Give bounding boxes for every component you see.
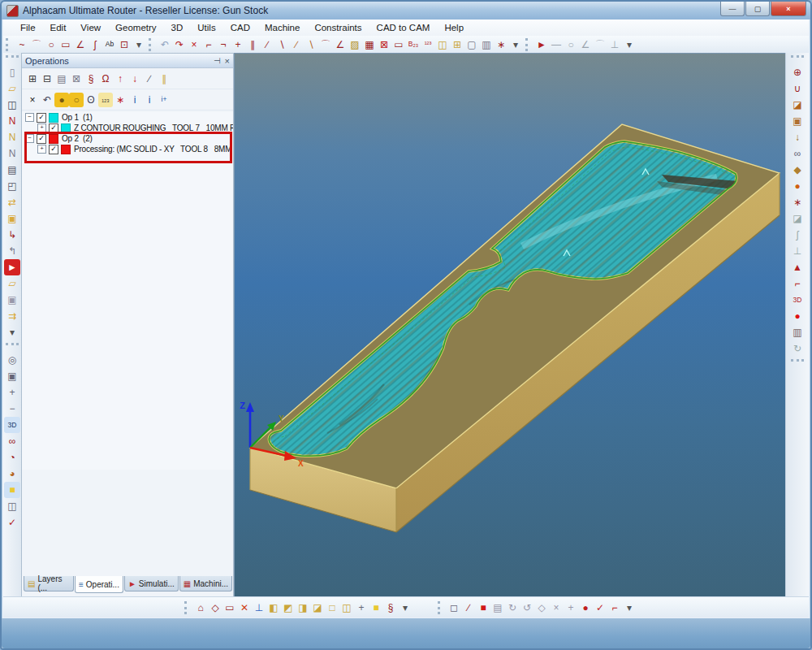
copy-folder-icon[interactable]: ▣ [4, 210, 20, 227]
transfer-files-icon[interactable]: ⇄ [4, 194, 20, 210]
print-preview-icon[interactable]: ◰ [4, 178, 20, 194]
tree-expander-icon[interactable]: − [25, 113, 34, 122]
tool-path-icon[interactable]: ∪ [789, 80, 806, 97]
tab-simulati[interactable]: ►Simulati... [124, 576, 179, 592]
trim-a-icon[interactable]: ∕ [260, 37, 274, 52]
arc-tool-icon[interactable]: ⌒ [29, 37, 44, 52]
lock-op-icon[interactable]: ● [54, 93, 69, 107]
toolbar-grip[interactable] [184, 601, 191, 614]
edit-overflow-icon[interactable]: ▾ [508, 37, 523, 52]
close-button[interactable]: × [771, 2, 806, 16]
send-file-icon[interactable]: ⇉ [4, 308, 20, 324]
axes-xyz-icon[interactable]: ⊥ [252, 600, 266, 615]
shade-view-icon[interactable]: ◕ [4, 466, 20, 482]
extend-b-icon[interactable]: ∖ [304, 37, 318, 52]
tab-layers[interactable]: ▤Layers (... [24, 576, 74, 592]
toolbar-grip[interactable] [791, 359, 804, 366]
rotate-cw-icon[interactable]: ↻ [505, 600, 520, 615]
select-visible-icon[interactable]: ✓ [4, 514, 20, 531]
view-overflow-icon[interactable]: ▾ [398, 600, 412, 615]
operation-row[interactable]: −✓Op 1 (1) [22, 112, 233, 123]
dim-arc-icon[interactable]: ⌒ [593, 37, 607, 52]
sim-record-icon[interactable]: ■ [476, 600, 490, 615]
tree-expander-icon[interactable]: + [37, 124, 46, 132]
multi-edit-pencil-icon[interactable]: ∥ [157, 72, 171, 86]
edit-pencil-icon[interactable]: ∕ [142, 72, 157, 86]
info-add-icon[interactable]: i+ [157, 93, 171, 107]
menu-cad-to-cam[interactable]: CAD to CAM [369, 21, 438, 34]
dim-horizontal-icon[interactable]: — [549, 37, 564, 52]
info-link-icon[interactable]: i [127, 93, 142, 107]
operations-panel-header[interactable]: Operations ⊤ × [22, 54, 233, 68]
verify-check-icon[interactable]: ✓ [593, 600, 607, 615]
iso-view-nw-icon[interactable]: ◩ [281, 600, 296, 615]
menu-view[interactable]: View [73, 21, 108, 34]
operation-checkbox[interactable]: ✓ [37, 134, 46, 144]
tree-expander-icon[interactable]: − [25, 134, 34, 143]
orbit-cube-icon[interactable]: ◇ [208, 600, 222, 615]
hatch-icon[interactable]: ▨ [348, 37, 362, 52]
zoom-extents-icon[interactable]: ⌂ [193, 600, 208, 615]
array-copy-icon[interactable]: ⊞ [450, 37, 464, 52]
adjust-point-icon[interactable]: + [231, 37, 245, 52]
undo-icon[interactable]: ↶ [158, 37, 172, 52]
spark-tool-icon[interactable]: ∗ [113, 93, 127, 107]
front-view-icon[interactable]: ◫ [339, 600, 354, 615]
menu-edit[interactable]: Edit [43, 21, 74, 34]
columns-icon[interactable]: ▥ [479, 37, 494, 52]
minimize-button[interactable]: — [720, 2, 745, 16]
operation-row[interactable]: +✓Z CONTOUR ROUGHING TOOL 7 10MM FLAT [22, 123, 233, 133]
operation-checkbox[interactable]: ✓ [49, 124, 58, 133]
viewports-icon[interactable]: ◫ [4, 498, 20, 514]
hook-machine-icon[interactable]: ⌐ [789, 275, 806, 292]
operation-checkbox[interactable]: ✓ [49, 145, 58, 154]
curve-gray-icon[interactable]: ʃ [789, 227, 806, 243]
extend-a-icon[interactable]: ∕ [289, 37, 304, 52]
spline-tool-icon[interactable]: ʃ [88, 37, 102, 52]
sim-datum-icon[interactable]: + [564, 600, 578, 615]
resequence-ops-icon[interactable]: Ω [98, 72, 113, 86]
edit-operation-icon[interactable]: ▤ [54, 72, 69, 86]
angle-line-tool-icon[interactable]: ∠ [73, 37, 88, 52]
maximize-button[interactable]: ▢ [745, 2, 770, 16]
rough-machine-icon[interactable]: ◪ [789, 97, 806, 113]
axes-uv-icon[interactable]: ✕ [237, 600, 252, 615]
tab-machini[interactable]: ▦Machini... [179, 576, 232, 592]
stop-record-icon[interactable]: ● [789, 308, 806, 324]
toolbar-grip[interactable] [149, 38, 155, 51]
redo-icon[interactable]: ↷ [172, 37, 187, 52]
operation-row[interactable]: −✓Op 2 (2) [22, 133, 233, 144]
nc-output-icon[interactable]: N [4, 113, 20, 129]
snap-select-icon[interactable]: ► [534, 37, 549, 52]
close-panel-icon[interactable]: × [225, 56, 230, 66]
surface-machine-icon[interactable]: ◆ [789, 162, 806, 178]
print-icon[interactable]: ▤ [4, 162, 20, 178]
sim-overflow-icon[interactable]: ▾ [622, 600, 637, 615]
zoom-in-icon[interactable]: + [4, 384, 20, 401]
swap-tool-icon[interactable]: ↻ [789, 340, 806, 357]
operation-row[interactable]: +✓Processing: (MC SOLID - XY TOOL 8 8MM … [22, 144, 233, 154]
toolbar-grip[interactable] [438, 601, 444, 614]
nc-delete-icon[interactable]: N [4, 145, 20, 162]
engrave-icon[interactable]: ∗ [789, 194, 806, 210]
simulate-figure-icon[interactable]: § [383, 600, 398, 615]
menu-help[interactable]: Help [437, 21, 471, 34]
tool-library-icon[interactable]: ▥ [789, 324, 806, 340]
top-view-icon[interactable]: □ [325, 600, 339, 615]
rectangle-tool-icon[interactable]: ▭ [58, 37, 73, 52]
menu-cad[interactable]: CAD [223, 21, 257, 34]
dim-circle-icon[interactable]: ○ [564, 37, 578, 52]
tool-display-icon[interactable]: ● [578, 600, 593, 615]
file-overflow-icon[interactable]: ▾ [4, 324, 20, 340]
tree-expander-icon[interactable]: + [37, 145, 46, 154]
open-recent-icon[interactable]: ▱ [4, 275, 20, 292]
chain-select-icon[interactable]: ◫ [435, 37, 450, 52]
menu-machine[interactable]: Machine [257, 21, 307, 34]
sim-film-icon[interactable]: ▤ [490, 600, 505, 615]
draw-overflow-icon[interactable]: ▾ [132, 37, 146, 52]
chamfer-icon[interactable]: ∠ [333, 37, 348, 52]
remove-operation-icon[interactable]: ⊟ [40, 72, 54, 86]
open-file-icon[interactable]: ▱ [4, 80, 20, 97]
toolbar-grip[interactable] [6, 38, 12, 51]
goto-number-icon[interactable]: ₁₂₃ [98, 93, 113, 107]
